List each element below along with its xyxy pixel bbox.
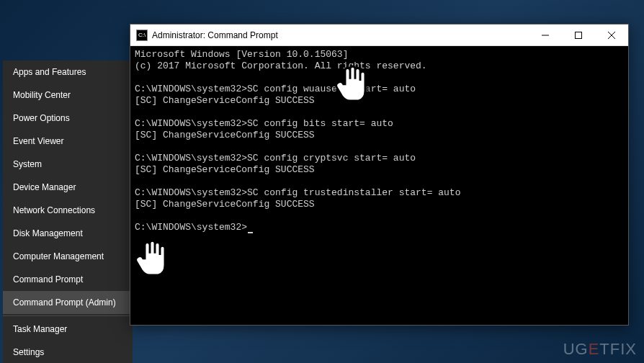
cmd-icon: C:\ — [136, 30, 148, 41]
winx-item-task-manager[interactable]: Task Manager — [3, 318, 133, 341]
winx-item-command-prompt[interactable]: Command Prompt — [3, 268, 133, 291]
winx-item-computer-management[interactable]: Computer Management — [3, 245, 133, 268]
command-prompt-window: C:\ Administrator: Command Prompt Micros… — [130, 24, 629, 326]
cmd-titlebar[interactable]: C:\ Administrator: Command Prompt — [130, 24, 628, 46]
close-button[interactable] — [595, 24, 628, 46]
winx-menu: Apps and Features Mobility Center Power … — [3, 60, 133, 363]
cmd-output[interactable]: Microsoft Windows [Version 10.0.15063] (… — [130, 46, 628, 236]
text-cursor — [248, 232, 253, 233]
winx-item-network-connections[interactable]: Network Connections — [3, 199, 133, 222]
winx-item-mobility-center[interactable]: Mobility Center — [3, 84, 133, 107]
winx-item-settings[interactable]: Settings — [3, 341, 133, 363]
winx-item-disk-management[interactable]: Disk Management — [3, 222, 133, 245]
cmd-title: Administrator: Command Prompt — [152, 30, 529, 40]
minimize-button[interactable] — [529, 24, 562, 46]
winx-item-device-manager[interactable]: Device Manager — [3, 176, 133, 199]
maximize-button[interactable] — [562, 24, 595, 46]
window-controls — [529, 24, 628, 46]
svg-rect-1 — [576, 32, 582, 38]
watermark: UGETFIX — [563, 340, 637, 359]
winx-separator — [3, 315, 133, 316]
winx-item-event-viewer[interactable]: Event Viewer — [3, 130, 133, 153]
winx-item-apps-features[interactable]: Apps and Features — [3, 60, 133, 84]
winx-item-system[interactable]: System — [3, 153, 133, 176]
winx-item-command-prompt-admin[interactable]: Command Prompt (Admin) — [3, 291, 133, 314]
winx-item-power-options[interactable]: Power Options — [3, 107, 133, 130]
